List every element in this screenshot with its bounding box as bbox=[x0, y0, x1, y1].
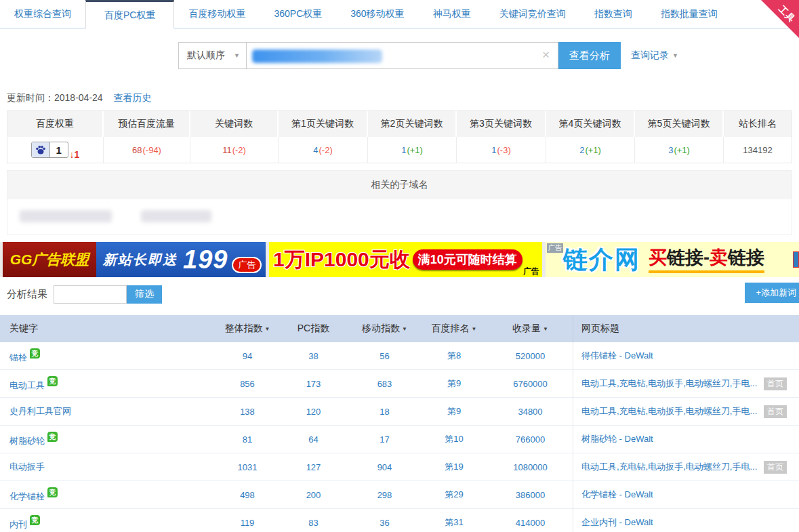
page-title-link[interactable]: 化学锚栓 - DeWalt bbox=[581, 489, 653, 501]
page-title-link[interactable]: 得伟锚栓 - DeWalt bbox=[581, 350, 653, 362]
censored-subdomain-link[interactable] bbox=[20, 210, 112, 222]
clear-icon[interactable]: × bbox=[542, 47, 550, 63]
indexed-count-value[interactable]: 34800 bbox=[518, 407, 542, 417]
filter-button[interactable]: 筛选 bbox=[127, 285, 162, 304]
query-history-link[interactable]: 查询记录 ▼ bbox=[631, 42, 678, 69]
baidu-rank-value[interactable]: 第9 bbox=[447, 406, 461, 416]
pc-index-value[interactable]: 38 bbox=[308, 351, 318, 361]
ad1-brand: GG广告联盟 bbox=[3, 242, 96, 277]
mobile-index-value[interactable]: 298 bbox=[377, 490, 392, 500]
ad-banner-ip-payout[interactable]: 1万IP1000元收 满10元可随时结算 广告 bbox=[269, 242, 542, 277]
ad2-headline: 1万IP1000元收 bbox=[273, 246, 410, 274]
view-history-link[interactable]: 查看历史 bbox=[114, 92, 152, 103]
col-header-baidu-rank[interactable]: 百度排名▼ bbox=[420, 323, 488, 335]
indexed-count-value[interactable]: 386000 bbox=[516, 490, 545, 500]
mobile-index-value[interactable]: 683 bbox=[377, 379, 392, 389]
overall-index-value[interactable]: 138 bbox=[240, 407, 255, 417]
analyze-button[interactable]: 查看分析 bbox=[558, 42, 621, 69]
indexed-count-value[interactable]: 520000 bbox=[516, 351, 545, 361]
wt-header-page5: 第5页关键词数 bbox=[635, 111, 724, 137]
col-header-mobile-index[interactable]: 移动指数▼ bbox=[349, 323, 420, 335]
baidu-rank-value[interactable]: 第29 bbox=[445, 489, 463, 499]
tab-shenma-weight[interactable]: 神马权重 bbox=[419, 0, 485, 28]
page-title-link[interactable]: 树脂砂轮 - DeWalt bbox=[581, 433, 653, 445]
keyword-link[interactable]: 内刊 bbox=[9, 519, 27, 529]
pc-index-value[interactable]: 83 bbox=[308, 518, 318, 528]
related-subdomains-list bbox=[7, 199, 792, 234]
pc-index-value[interactable]: 173 bbox=[306, 379, 321, 389]
censored-subdomain-link[interactable] bbox=[141, 210, 211, 222]
mobile-index-value[interactable]: 17 bbox=[380, 434, 389, 445]
update-bar: 更新时间：2018-04-24 查看历史 bbox=[7, 92, 799, 106]
keyword-link[interactable]: 电动扳手 bbox=[9, 462, 45, 472]
page-title-link[interactable]: 电动工具,充电钻,电动扳手,电动螺丝刀,手电... bbox=[581, 377, 757, 390]
page-title-link[interactable]: 电动工具,充电钻,电动扳手,电动螺丝刀,手电... bbox=[581, 405, 757, 417]
filter-input[interactable] bbox=[54, 285, 127, 304]
overall-index-value[interactable]: 1031 bbox=[238, 462, 258, 472]
indexed-count-value[interactable]: 1080000 bbox=[513, 462, 548, 472]
keyword-cell: 锚栓竞 bbox=[0, 348, 217, 364]
keyword-count-cell: 11(-2) bbox=[190, 137, 279, 163]
table-row: 锚栓竞 94 38 56 第8 520000 得伟锚栓 - DeWalt bbox=[0, 342, 799, 370]
col-header-indexed-count[interactable]: 收录量▼ bbox=[488, 323, 573, 335]
page1-count-cell: 4(-2) bbox=[279, 137, 368, 163]
add-keyword-button[interactable]: +添加新词 bbox=[745, 283, 799, 303]
bid-icon: 竞 bbox=[47, 376, 58, 386]
update-time-label: 更新时间：2018-04-24 bbox=[7, 92, 103, 103]
baidu-rank-value[interactable]: 第8 bbox=[447, 350, 461, 361]
baidu-rank-value[interactable]: 第10 bbox=[445, 434, 463, 444]
tab-keyword-bid-query[interactable]: 关键词竞价查询 bbox=[485, 0, 580, 28]
pc-index-value[interactable]: 64 bbox=[308, 434, 318, 445]
weight-summary-table: 百度权重 预估百度流量 关键词数 第1页关键词数 第2页关键词数 第3页关键词数… bbox=[7, 110, 792, 163]
overall-index-value[interactable]: 81 bbox=[243, 434, 252, 445]
tab-baidu-pc-weight[interactable]: 百度PC权重 bbox=[85, 0, 174, 28]
keyword-link[interactable]: 树脂砂轮 bbox=[9, 436, 45, 446]
tab-360-mobile-weight[interactable]: 360移动权重 bbox=[336, 0, 418, 28]
keyword-link[interactable]: 史丹利工具官网 bbox=[9, 406, 71, 416]
mobile-index-value[interactable]: 18 bbox=[380, 407, 389, 417]
wt-header-page2: 第2页关键词数 bbox=[368, 111, 457, 137]
page-title-link[interactable]: 企业内刊 - DeWalt bbox=[581, 516, 653, 529]
mobile-index-value[interactable]: 904 bbox=[377, 462, 392, 472]
table-row: 树脂砂轮竞 81 64 17 第10 766000 树脂砂轮 - DeWalt bbox=[0, 426, 799, 453]
baidu-rank-value[interactable]: 第9 bbox=[447, 378, 461, 388]
page-title-link[interactable]: 电动工具,充电钻,电动扳手,电动螺丝刀,手电... bbox=[581, 461, 757, 473]
baidu-rank-value[interactable]: 第19 bbox=[445, 462, 463, 472]
ad3-corner-graphic bbox=[793, 251, 799, 268]
overall-index-value[interactable]: 856 bbox=[240, 379, 255, 389]
table-row: 化学锚栓竞 498 200 298 第29 386000 化学锚栓 - DeWa… bbox=[0, 481, 799, 509]
ad-banner-link-market[interactable]: 广告 链介网 买链接-卖链接 bbox=[546, 242, 799, 277]
tab-360-pc-weight[interactable]: 360PC权重 bbox=[260, 0, 336, 28]
keyword-link[interactable]: 电动工具 bbox=[9, 380, 45, 390]
mobile-index-value[interactable]: 56 bbox=[380, 351, 389, 361]
ad-banner-gg-union[interactable]: GG广告联盟 新站长即送 199 广告 bbox=[3, 242, 266, 277]
pc-index-value[interactable]: 120 bbox=[306, 407, 321, 417]
mobile-index-value[interactable]: 36 bbox=[380, 518, 389, 528]
query-input[interactable]: × bbox=[247, 42, 558, 69]
pc-index-value[interactable]: 200 bbox=[306, 490, 321, 500]
overall-index-value[interactable]: 119 bbox=[241, 518, 255, 528]
keyword-link[interactable]: 化学锚栓 bbox=[9, 491, 45, 502]
tab-index-batch-query[interactable]: 指数批量查询 bbox=[647, 0, 732, 28]
keyword-cell: 内刊竞 bbox=[0, 515, 217, 531]
baidu-rank-value[interactable]: 第31 bbox=[445, 517, 463, 527]
tab-baidu-mobile-weight[interactable]: 百度移动权重 bbox=[174, 0, 260, 28]
col-header-overall-index[interactable]: 整体指数▼ bbox=[217, 323, 278, 335]
analysis-result-label: 分析结果 bbox=[7, 288, 47, 301]
webmaster-rank-cell: 134192 bbox=[724, 137, 792, 163]
est-traffic-cell: 68(-94) bbox=[104, 137, 190, 163]
sort-order-select[interactable]: 默认顺序 ▼ bbox=[178, 42, 247, 69]
overall-index-value[interactable]: 94 bbox=[243, 351, 252, 361]
indexed-count-value[interactable]: 414000 bbox=[516, 518, 545, 528]
baidu-weight-badge[interactable]: 1 bbox=[31, 142, 68, 158]
keyword-link[interactable]: 锚栓 bbox=[9, 352, 27, 363]
page4-count-cell: 2(+1) bbox=[546, 137, 635, 163]
tab-index-query[interactable]: 指数查询 bbox=[580, 0, 647, 28]
indexed-count-value[interactable]: 6760000 bbox=[513, 379, 548, 389]
indexed-count-value[interactable]: 766000 bbox=[516, 434, 545, 445]
overall-index-value[interactable]: 498 bbox=[240, 490, 255, 500]
tab-weight-combined[interactable]: 权重综合查询 bbox=[0, 0, 85, 28]
pc-index-value[interactable]: 127 bbox=[306, 462, 321, 472]
ad3-phrase: 买链接-卖链接 bbox=[649, 246, 764, 272]
wt-header-page3: 第3页关键词数 bbox=[457, 111, 546, 137]
